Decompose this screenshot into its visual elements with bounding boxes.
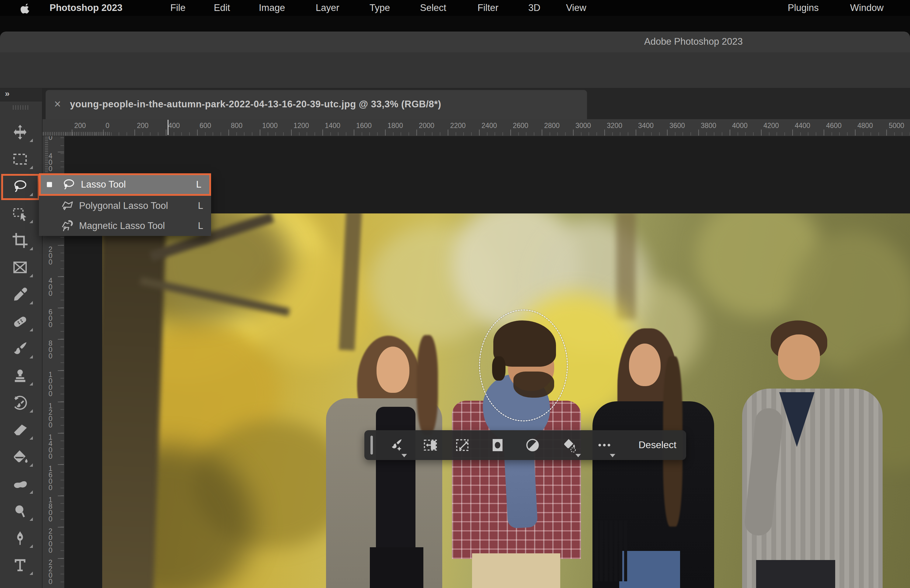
paint-bucket-tool[interactable]	[11, 449, 29, 465]
ruler-label: 4200	[763, 122, 779, 130]
brush-tool[interactable]	[11, 340, 29, 357]
crop-tool[interactable]	[11, 232, 29, 249]
apple-icon[interactable]	[20, 3, 31, 14]
horizontal-ruler[interactable]: 2000200400600800100012001400160018002000…	[43, 119, 910, 136]
ruler-label: 1600	[43, 465, 58, 491]
collapse-panel-button[interactable]: »	[5, 89, 9, 99]
clone-stamp-tool[interactable]	[11, 367, 29, 384]
ruler-label: 2000	[43, 528, 58, 554]
photo-document[interactable]	[102, 213, 910, 588]
macos-menu-bar: Photoshop 2023FileEditImageLayerTypeSele…	[0, 0, 910, 16]
tree-trunk	[616, 213, 636, 320]
move-tool[interactable]	[11, 124, 29, 141]
ruler-major-tick	[510, 129, 511, 136]
person1-hair-side	[417, 335, 438, 435]
menu-item-image[interactable]: Image	[259, 0, 285, 16]
menu-item-file[interactable]: File	[170, 0, 186, 16]
spot-healing-tool[interactable]	[11, 313, 29, 330]
flyout-indicator-icon	[29, 544, 33, 548]
smudge-tool[interactable]	[11, 475, 29, 493]
menu-item-filter[interactable]: Filter	[477, 0, 498, 16]
rectangular-marquee-tool[interactable]	[11, 151, 29, 168]
flyout-item-label: Polygonal Lasso Tool	[79, 200, 168, 211]
ruler-label: 4000	[732, 122, 748, 130]
object-selection-tool[interactable]	[11, 205, 29, 222]
ruler-major-tick	[730, 129, 730, 136]
expand-selection-button[interactable]	[422, 437, 438, 453]
ruler-major-tick	[541, 129, 542, 136]
flyout-indicator-icon	[29, 328, 33, 331]
menu-item-3d[interactable]: 3D	[528, 0, 540, 16]
flyout-item-magnetic-lasso-tool[interactable]: Magnetic Lasso ToolL	[39, 216, 211, 236]
ruler-label: 600	[199, 122, 211, 130]
menu-item-window[interactable]: Window	[850, 0, 884, 16]
add-mask-button[interactable]	[490, 437, 506, 453]
select-subject-button[interactable]	[388, 437, 404, 453]
eyedropper-tool[interactable]	[11, 286, 29, 303]
window-title-bar[interactable]	[0, 32, 910, 52]
menu-item-edit[interactable]: Edit	[214, 0, 230, 16]
tool-panel-grip[interactable]	[13, 105, 30, 110]
ruler-label: 2400	[482, 122, 497, 130]
ruler-label: 800	[43, 340, 58, 359]
ruler-major-tick	[58, 245, 64, 246]
photoshop-app: Photoshop 2023FileEditImageLayerTypeSele…	[0, 0, 910, 588]
document-tab-title: young-people-in-the-autumn-park-2022-04-…	[70, 90, 441, 119]
ruler-major-tick	[291, 129, 292, 136]
menu-item-view[interactable]: View	[566, 0, 587, 16]
selected-tool-highlight	[1, 174, 40, 200]
tool-options-bar: Feather: 0 px Anti-alias Select and Mask…	[0, 52, 910, 88]
ruler-major-tick	[605, 129, 605, 136]
ruler-major-tick	[573, 129, 574, 136]
person3-cape-fringe	[595, 520, 628, 581]
chevron-down-icon[interactable]	[610, 454, 615, 457]
menu-item-type[interactable]: Type	[370, 0, 390, 16]
ruler-major-tick	[58, 370, 64, 371]
ruler-major-tick	[58, 527, 64, 528]
flyout-item-lasso-tool[interactable]: Lasso ToolL	[39, 173, 211, 196]
ruler-label: 400	[168, 122, 180, 130]
pen-tool[interactable]	[11, 530, 29, 547]
flyout-indicator-icon	[29, 464, 33, 467]
deselect-button[interactable]: Deselect	[639, 430, 677, 460]
ruler-major-tick	[58, 496, 64, 496]
window-title: Adobe Photoshop 2023	[644, 32, 743, 52]
chevron-down-icon[interactable]	[401, 454, 407, 457]
document-tab[interactable]: × young-people-in-the-autumn-park-2022-0…	[45, 90, 587, 119]
invert-selection-button[interactable]	[525, 437, 540, 453]
close-tab-icon[interactable]: ×	[54, 90, 61, 119]
more-options-button[interactable]	[596, 437, 612, 453]
history-brush-tool[interactable]	[11, 394, 29, 411]
flyout-indicator-icon	[29, 436, 33, 439]
menu-item-plugins[interactable]: Plugins	[788, 0, 819, 16]
person1-face	[377, 347, 409, 393]
type-tool[interactable]	[11, 557, 29, 574]
ruler-major-tick	[636, 129, 636, 136]
lasso-tool-flyout-menu: Lasso ToolLPolygonal Lasso ToolLMagnetic…	[39, 173, 211, 236]
ruler-label: 1400	[43, 434, 58, 460]
taskbar-drag-handle[interactable]	[370, 436, 373, 454]
fill-selection-button[interactable]	[562, 437, 578, 453]
lasso-icon	[61, 177, 76, 192]
ruler-label: 3400	[638, 122, 654, 130]
transform-selection-button[interactable]	[454, 437, 470, 453]
ruler-label: 2200	[450, 122, 466, 130]
ruler-label: 600	[43, 309, 58, 328]
ruler-label: 1800	[388, 122, 403, 130]
flyout-indicator-icon	[29, 355, 33, 359]
flyout-item-polygonal-lasso-tool[interactable]: Polygonal Lasso ToolL	[39, 196, 211, 216]
frame-tool[interactable]	[11, 259, 29, 276]
dodge-tool[interactable]	[11, 502, 29, 520]
menu-item-select[interactable]: Select	[420, 0, 446, 16]
ruler-label: 800	[231, 122, 242, 130]
ruler-label: 2000	[419, 122, 434, 130]
menu-item-layer[interactable]: Layer	[316, 0, 339, 16]
flyout-indicator-icon	[29, 572, 33, 575]
chevron-down-icon[interactable]	[575, 454, 581, 457]
eraser-tool[interactable]	[11, 422, 29, 438]
flyout-indicator-icon	[29, 247, 33, 250]
ruler-major-tick	[58, 558, 64, 559]
ruler-major-tick	[72, 129, 73, 136]
lasso-selection-marching-ants[interactable]	[479, 310, 568, 422]
menu-item-photoshop-2023[interactable]: Photoshop 2023	[50, 0, 122, 16]
